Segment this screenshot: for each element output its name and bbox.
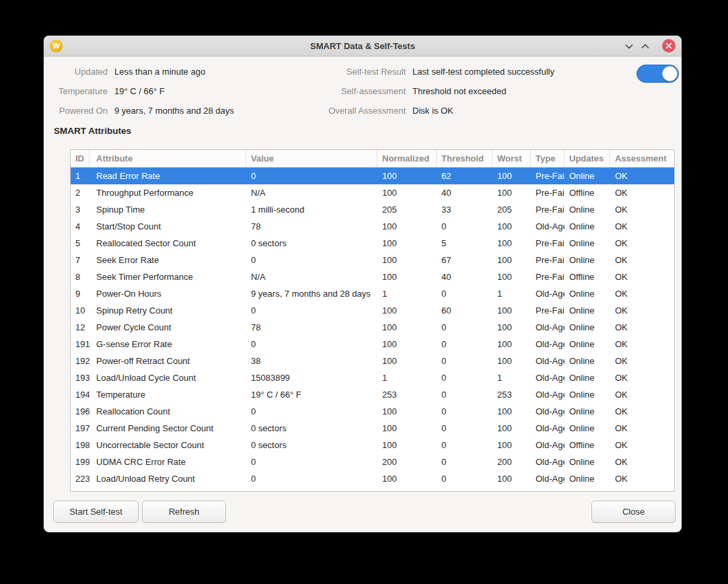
column-header-threshold[interactable]: Threshold [437,150,493,167]
cell-value: 78 [246,218,377,235]
table-row-id-2[interactable]: 2Throughput PerformanceN/A10040100Pre-Fa… [71,184,674,201]
cell-worst: 100 [493,252,531,268]
table-row-id-1[interactable]: 1Read Error Rate010062100Pre-FailOnlineO… [71,168,674,184]
table-row-id-7[interactable]: 7Seek Error Rate010067100Pre-FailOnlineO… [71,252,674,268]
cell-assessment: OK [610,437,674,453]
column-header-id[interactable]: ID [71,150,89,167]
table-row-id-191[interactable]: 191G-sense Error Rate01000100Old-AgeOnli… [71,336,674,353]
cell-updates: Online [565,201,610,218]
info-row-selftest-result: Self-test Result Last self-test complete… [205,62,554,81]
table-row-id-197[interactable]: 197Current Pending Sector Count0 sectors… [71,420,674,437]
cell-updates: Online [565,285,610,302]
updated-value: Less than a minute ago [114,67,205,77]
column-header-attribute[interactable]: Attribute [89,150,246,167]
cell-attribute: G-sense Error Rate [89,336,246,353]
minimize-button[interactable] [622,39,636,53]
table-row-id-5[interactable]: 5Reallocated Sector Count0 sectors100510… [71,235,674,252]
column-header-worst[interactable]: Worst [493,150,531,167]
table-row-id-8[interactable]: 8Seek Timer PerformanceN/A10040100Pre-Fa… [71,268,674,285]
cell-type: Old-Age [531,437,565,453]
cell-assessment: OK [610,420,674,437]
cell-updates: Offline [565,184,610,201]
cell-type: Old-Age [531,453,565,470]
drive-info-right: Self-test Result Last self-test complete… [205,62,554,120]
refresh-button[interactable]: Refresh [142,501,226,523]
cell-assessment: OK [610,403,674,420]
cell-updates: Online [565,235,610,252]
table-row-id-223[interactable]: 223Load/Unload Retry Count01000100Old-Ag… [71,470,674,487]
column-header-normalized[interactable]: Normalized [377,150,437,167]
cell-id: 4 [71,218,89,235]
table-row-id-199[interactable]: 199UDMA CRC Error Rate02000200Old-AgeOnl… [71,453,674,470]
table-row-id-192[interactable]: 192Power-off Retract Count381000100Old-A… [71,353,674,369]
cell-attribute: Spinup Retry Count [89,302,246,319]
cell-type: Pre-Fail [531,302,565,319]
table-row-id-12[interactable]: 12Power Cycle Count781000100Old-AgeOnlin… [71,319,674,336]
info-row-self-assessment: Self-assessment Threshold not exceeded [205,81,554,101]
table-row-id-198[interactable]: 198Uncorrectable Sector Count0 sectors10… [71,437,674,453]
cell-value: 0 [246,336,377,353]
temperature-value: 19° C / 66° F [114,86,165,96]
cell-attribute: Read Error Rate [89,168,246,184]
cell-value: 15083899 [246,369,377,386]
cell-assessment: OK [610,252,674,268]
cell-type: Pre-Fail [531,252,565,268]
cell-type: Pre-Fail [531,201,565,218]
cell-assessment: OK [610,235,674,252]
cell-normalized: 205 [377,201,437,218]
cell-updates: Online [565,353,610,369]
column-header-assessment[interactable]: Assessment [610,150,674,167]
cell-id: 193 [71,369,89,386]
cell-updates: Offline [565,268,610,285]
cell-updates: Online [565,420,610,437]
cell-id: 8 [71,268,89,285]
cell-value: 0 sectors [246,235,377,252]
cell-normalized: 100 [377,319,437,336]
chevron-up-icon [641,44,649,49]
cell-attribute: Power Cycle Count [89,319,246,336]
cell-attribute: Spinup Time [89,201,246,218]
table-row-id-194[interactable]: 194Temperature19° C / 66° F2530253Old-Ag… [71,386,674,403]
cell-worst: 100 [493,336,531,353]
table-row-id-196[interactable]: 196Reallocation Count01000100Old-AgeOnli… [71,403,674,420]
cell-id: 12 [71,319,89,336]
cell-type: Pre-Fail [531,168,565,184]
table-row-id-193[interactable]: 193Load/Unload Cycle Count15083899101Old… [71,369,674,386]
cell-type: Old-Age [531,386,565,403]
cell-threshold: 60 [437,302,493,319]
cell-type: Old-Age [531,336,565,353]
cell-id: 5 [71,235,89,252]
cell-value: 1 milli-second [246,201,377,218]
table-row-id-10[interactable]: 10Spinup Retry Count010060100Pre-FailOnl… [71,302,674,319]
table-row-id-9[interactable]: 9Power-On Hours9 years, 7 months and 28 … [71,285,674,302]
cell-assessment: OK [610,470,674,487]
column-header-type[interactable]: Type [531,150,565,167]
close-button[interactable]: Close [591,501,676,523]
column-header-updates[interactable]: Updates [565,150,610,167]
cell-worst: 100 [493,268,531,285]
cell-threshold: 0 [437,353,493,369]
cell-attribute: UDMA CRC Error Rate [89,453,246,470]
cell-threshold: 0 [437,319,493,336]
cell-id: 223 [71,470,89,487]
table-row-id-4[interactable]: 4Start/Stop Count781000100Old-AgeOnlineO… [71,218,674,235]
self-assessment-value: Threshold not exceeded [412,86,506,96]
smart-enabled-toggle[interactable] [636,65,679,83]
cell-worst: 200 [493,453,531,470]
cell-worst: 100 [493,218,531,235]
close-window-button[interactable] [662,39,676,52]
table-body: 1Read Error Rate010062100Pre-FailOnlineO… [71,168,674,487]
cell-worst: 1 [493,285,531,302]
titlebar[interactable]: W SMART Data & Self-Tests [44,36,682,57]
cell-threshold: 5 [437,235,493,252]
cell-attribute: Uncorrectable Sector Count [89,437,246,453]
cell-worst: 100 [493,420,531,437]
table-row-id-3[interactable]: 3Spinup Time1 milli-second20533205Pre-Fa… [71,201,674,218]
cell-assessment: OK [610,369,674,386]
cell-attribute: Temperature [89,386,246,403]
maximize-button[interactable] [638,39,652,53]
cell-assessment: OK [610,201,674,218]
start-self-test-button[interactable]: Start Self-test [53,501,139,523]
column-header-value[interactable]: Value [246,150,377,167]
cell-attribute: Seek Error Rate [89,252,246,268]
